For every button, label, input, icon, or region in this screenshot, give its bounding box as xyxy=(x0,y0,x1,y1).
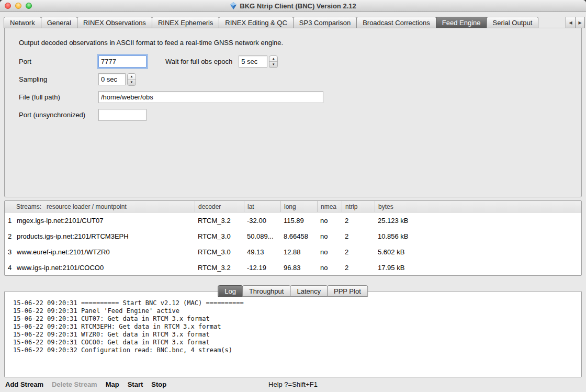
log-line: 15-06-22 09:20:31 Panel 'Feed Engine' ac… xyxy=(13,307,581,315)
traffic-lights xyxy=(5,3,32,9)
tab-general[interactable]: General xyxy=(41,17,77,28)
port-row: Port Wait for full obs epoch ▲ ▼ xyxy=(19,55,568,68)
streams-table: Streams: resource loader / mountpoint de… xyxy=(4,200,582,276)
tab-sp3-comparison[interactable]: SP3 Comparison xyxy=(293,17,357,28)
minimize-button[interactable] xyxy=(15,3,21,9)
cell-bytes: 5.602 kB xyxy=(375,248,581,256)
file-row: File (full path) xyxy=(19,91,568,103)
header-lat[interactable]: lat xyxy=(244,201,280,212)
window-title-area: BKG Ntrip Client (BNC) Version 2.12 xyxy=(230,2,356,10)
tab-throughput[interactable]: Throughput xyxy=(242,285,291,297)
header-decoder[interactable]: decoder xyxy=(195,201,244,212)
cell-bytes: 25.123 kB xyxy=(375,217,581,225)
table-row[interactable]: 2 products.igs-ip.net:2101/RTCM3EPH RTCM… xyxy=(5,228,581,244)
cell-decoder: RTCM_3.2 xyxy=(195,217,244,225)
tab-latency[interactable]: Latency xyxy=(290,285,328,297)
table-row[interactable]: 1 mgex.igs-ip.net:2101/CUT07 RTCM_3.2 -3… xyxy=(5,212,581,228)
sampling-input[interactable] xyxy=(98,73,126,85)
tab-bar: Network General RINEX Observations RINEX… xyxy=(0,12,586,28)
cell-bytes: 17.95 kB xyxy=(375,264,581,272)
cell-decoder: RTCM_3.2 xyxy=(195,264,244,272)
row-number: 4 xyxy=(5,264,13,272)
log-line: 15-06-22 09:20:31 CUT07: Get data in RTC… xyxy=(13,315,581,323)
wait-epoch-stepper[interactable]: ▲ ▼ xyxy=(269,55,278,68)
port-unsync-input[interactable] xyxy=(98,109,146,121)
stop-button[interactable]: Stop xyxy=(151,380,166,388)
header-nmea[interactable]: nmea xyxy=(317,201,342,212)
file-path-label: File (full path) xyxy=(19,93,98,101)
port-label: Port xyxy=(19,58,98,65)
close-button[interactable] xyxy=(5,3,11,9)
cell-mountpoint: products.igs-ip.net:2101/RTCM3EPH xyxy=(13,232,195,240)
cell-decoder: RTCM_3.0 xyxy=(195,232,244,240)
map-button[interactable]: Map xyxy=(106,380,119,388)
window-title: BKG Ntrip Client (BNC) Version 2.12 xyxy=(240,2,356,10)
tab-rinex-observations[interactable]: RINEX Observations xyxy=(77,17,152,28)
log-panel: Log Throughput Latency PPP Plot 15-06-22… xyxy=(4,291,582,377)
bottom-bar: Add Stream Delete Stream Map Start Stop … xyxy=(0,377,586,391)
cell-ntrip: 2 xyxy=(342,232,375,240)
log-line: 15-06-22 09:20:31 COCO0: Get data in RTC… xyxy=(13,339,581,346)
titlebar: BKG Ntrip Client (BNC) Version 2.12 xyxy=(0,0,586,12)
start-button[interactable]: Start xyxy=(128,380,143,388)
cell-decoder: RTCM_3.0 xyxy=(195,248,244,256)
row-number: 1 xyxy=(5,217,13,225)
row-number: 3 xyxy=(5,248,13,256)
stepper-up-icon[interactable]: ▲ xyxy=(128,74,136,80)
tab-ppp-plot[interactable]: PPP Plot xyxy=(327,285,368,297)
tab-log[interactable]: Log xyxy=(218,285,243,297)
streams-table-header: Streams: resource loader / mountpoint de… xyxy=(5,201,581,212)
log-line: 15-06-22 09:20:31 ========== Start BNC v… xyxy=(13,299,581,307)
delete-stream-button[interactable]: Delete Stream xyxy=(52,380,97,388)
log-line: 15-06-22 09:20:31 RTCM3EPH: Get data in … xyxy=(13,323,581,331)
stepper-down-icon[interactable]: ▼ xyxy=(128,80,136,85)
help-shortcut-text: Help ?=Shift+F1 xyxy=(268,380,318,388)
tab-scroll-right-icon[interactable]: ▶ xyxy=(575,17,585,28)
stepper-up-icon[interactable]: ▲ xyxy=(269,56,277,62)
row-number: 2 xyxy=(5,232,13,240)
log-line: 15-06-22 09:20:32 Configuration read: BN… xyxy=(13,346,581,354)
table-row[interactable]: 3 www.euref-ip.net:2101/WTZR0 RTCM_3.0 4… xyxy=(5,244,581,260)
port-unsync-row: Port (unsynchronized) xyxy=(19,109,568,121)
tab-feed-engine[interactable]: Feed Engine xyxy=(436,17,487,28)
add-stream-button[interactable]: Add Stream xyxy=(5,380,43,388)
bnc-window: BKG Ntrip Client (BNC) Version 2.12 Netw… xyxy=(0,0,586,392)
cell-mountpoint: www.euref-ip.net:2101/WTZR0 xyxy=(13,248,195,256)
tab-rinex-ephemeris[interactable]: RINEX Ephemeris xyxy=(152,17,219,28)
header-bytes[interactable]: bytes xyxy=(375,201,581,212)
cell-ntrip: 2 xyxy=(342,248,375,256)
cell-long: 115.89 xyxy=(280,217,317,225)
stepper-down-icon[interactable]: ▼ xyxy=(269,62,277,68)
tab-serial-output[interactable]: Serial Output xyxy=(487,17,539,28)
tab-scrollers: ◀ ▶ xyxy=(566,17,585,28)
cell-ntrip: 2 xyxy=(342,217,375,225)
wait-epoch-label: Wait for full obs epoch xyxy=(165,58,232,65)
port-input[interactable] xyxy=(98,55,146,68)
cell-lat: -32.00 xyxy=(244,217,280,225)
cell-bytes: 10.856 kB xyxy=(375,232,581,240)
header-long[interactable]: long xyxy=(280,201,317,212)
header-streams-mountpoint[interactable]: Streams: resource loader / mountpoint xyxy=(5,201,195,212)
port-unsync-label: Port (unsynchronized) xyxy=(19,111,98,119)
cell-lat: -12.19 xyxy=(244,264,280,272)
tab-rinex-editing-qc[interactable]: RINEX Editing & QC xyxy=(219,17,294,28)
panel-description: Output decoded observations in ASCII for… xyxy=(19,39,568,47)
tab-broadcast-corrections[interactable]: Broadcast Corrections xyxy=(356,17,436,28)
cell-mountpoint: www.igs-ip.net:2101/COCO0 xyxy=(13,264,195,272)
log-line: 15-06-22 09:20:31 WTZR0: Get data in RTC… xyxy=(13,331,581,339)
file-path-input[interactable] xyxy=(98,91,323,103)
header-ntrip[interactable]: ntrip xyxy=(342,201,375,212)
tab-network[interactable]: Network xyxy=(4,17,41,28)
cell-mountpoint: mgex.igs-ip.net:2101/CUT07 xyxy=(13,217,195,225)
zoom-button[interactable] xyxy=(26,3,32,9)
table-row[interactable]: 4 www.igs-ip.net:2101/COCO0 RTCM_3.2 -12… xyxy=(5,260,581,275)
feed-engine-panel: Output decoded observations in ASCII for… xyxy=(4,28,582,197)
tab-scroll-left-icon[interactable]: ◀ xyxy=(566,17,576,28)
cell-nmea: no xyxy=(317,264,342,272)
cell-long: 12.88 xyxy=(280,248,317,256)
cell-ntrip: 2 xyxy=(342,264,375,272)
cell-long: 8.66458 xyxy=(280,232,317,240)
sampling-stepper[interactable]: ▲ ▼ xyxy=(127,73,136,86)
cell-long: 96.83 xyxy=(280,264,317,272)
wait-epoch-input[interactable] xyxy=(239,55,267,68)
